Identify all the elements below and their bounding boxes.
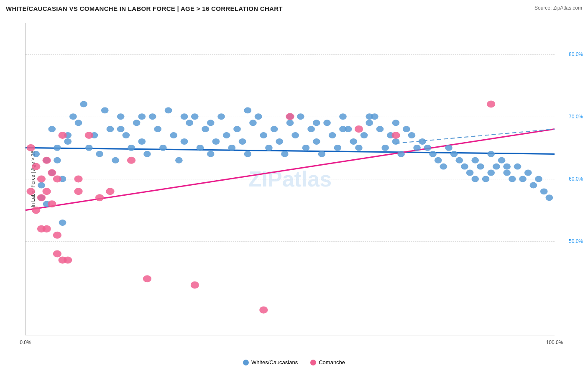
chart-svg — [26, 23, 555, 335]
blue-dot — [329, 132, 336, 138]
pink-dot — [37, 175, 46, 182]
blue-dot — [403, 126, 410, 132]
pink-dot — [95, 194, 104, 201]
blue-dot — [286, 120, 294, 126]
blue-dot — [101, 107, 109, 113]
pink-dot — [74, 175, 82, 182]
blue-dot — [239, 138, 246, 145]
chart-title: WHITE/CAUCASIAN VS COMANCHE IN LABOR FOR… — [6, 5, 283, 12]
blue-dot — [339, 113, 347, 120]
pink-dot — [74, 188, 82, 195]
blue-dot — [535, 176, 542, 182]
pink-dot — [355, 125, 363, 133]
blue-dot — [138, 138, 146, 145]
pink-dot — [391, 132, 400, 139]
chart-container: WHITE/CAUCASIAN VS COMANCHE IN LABOR FOR… — [0, 0, 588, 373]
blue-dot — [128, 145, 135, 151]
blue-dot — [307, 126, 315, 132]
pink-dot — [32, 207, 40, 214]
pink-trend-line — [26, 129, 555, 210]
blue-dot — [59, 220, 66, 226]
blue-dot — [249, 120, 257, 126]
pink-dot — [106, 188, 114, 195]
source-text: Source: ZipAtlas.com — [534, 5, 582, 11]
blue-dot — [318, 151, 326, 157]
blue-dot — [75, 120, 82, 126]
blue-dot — [366, 120, 373, 126]
blue-dot — [265, 145, 273, 151]
blue-dot — [154, 126, 161, 132]
chart-area: In Labor Force | Age > 16 80.0% 70.0% 60… — [25, 23, 555, 335]
blue-dot — [276, 138, 283, 145]
y-label-50: 50.0% — [569, 238, 583, 244]
legend-label-pink: Comanche — [319, 359, 345, 365]
blue-dot — [149, 113, 156, 120]
blue-dot — [212, 138, 220, 145]
pink-dot — [42, 157, 51, 164]
legend-item-pink: Comanche — [310, 359, 345, 365]
blue-dot — [207, 120, 215, 126]
blue-dot — [408, 132, 416, 138]
blue-dot — [540, 188, 548, 194]
blue-dot — [350, 138, 357, 145]
blue-dot — [302, 145, 310, 151]
blue-dot — [323, 120, 331, 126]
blue-dot — [80, 101, 87, 107]
y-label-80: 80.0% — [569, 51, 583, 57]
blue-dot — [244, 107, 251, 113]
blue-dot — [466, 170, 474, 176]
blue-dot — [440, 164, 447, 170]
blue-dot — [366, 113, 373, 120]
blue-dot — [503, 170, 511, 176]
blue-dot — [202, 126, 209, 132]
blue-dot — [260, 132, 267, 138]
blue-dot — [355, 145, 363, 151]
blue-dot — [85, 145, 93, 151]
pink-dot — [42, 225, 51, 232]
pink-dot — [127, 157, 135, 164]
pink-dot — [487, 100, 495, 107]
legend-label-blue: Whites/Caucasians — [251, 359, 298, 365]
blue-dot — [509, 176, 516, 182]
blue-dot — [519, 176, 527, 182]
blue-dot — [545, 194, 553, 201]
blue-dot — [133, 120, 141, 126]
blue-dot — [244, 151, 251, 157]
pink-dot — [32, 163, 40, 170]
blue-dot — [117, 126, 125, 132]
pink-dot — [191, 281, 199, 289]
pink-dot — [48, 200, 56, 207]
blue-dot — [197, 145, 204, 151]
blue-dot — [471, 157, 479, 164]
blue-dot — [48, 126, 56, 132]
y-label-70: 70.0% — [569, 114, 583, 120]
blue-dot — [107, 126, 114, 132]
blue-dot — [297, 113, 304, 120]
pink-dot — [259, 307, 268, 314]
blue-dot — [419, 138, 426, 145]
blue-dot — [313, 120, 320, 126]
blue-dot — [461, 164, 468, 170]
blue-dot — [112, 157, 119, 164]
blue-dot — [424, 145, 432, 151]
blue-dot — [117, 113, 125, 120]
blue-dot — [170, 132, 177, 138]
blue-dot — [281, 151, 289, 157]
pink-dot — [64, 256, 72, 263]
blue-dot — [96, 151, 103, 157]
blue-dot — [165, 107, 172, 113]
pink-dot — [27, 144, 35, 151]
blue-dot — [435, 157, 442, 164]
legend-item-blue: Whites/Caucasians — [243, 359, 298, 365]
blue-dot — [498, 157, 506, 164]
blue-dot — [191, 113, 199, 120]
blue-dot — [477, 164, 484, 170]
pink-dot — [37, 194, 46, 201]
pink-dot — [143, 275, 151, 282]
y-label-60: 60.0% — [569, 176, 583, 182]
blue-dot — [54, 145, 61, 151]
blue-dot — [455, 157, 463, 164]
blue-dot — [397, 151, 405, 157]
blue-dot — [143, 151, 151, 157]
blue-dot — [69, 113, 77, 120]
